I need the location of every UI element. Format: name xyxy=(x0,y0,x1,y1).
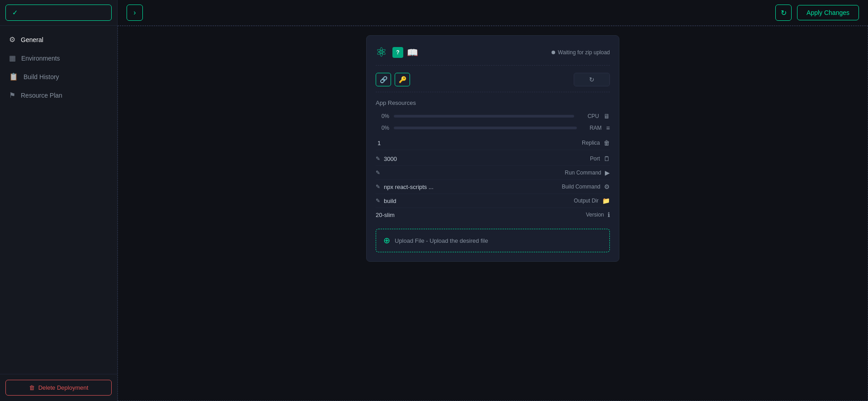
nav-arrow-button[interactable]: › xyxy=(127,5,143,21)
sidebar-item-build-history[interactable]: 📋 Build History xyxy=(0,67,117,86)
cpu-percent: 0% xyxy=(376,113,389,119)
status-dot xyxy=(552,51,555,54)
output-dir-edit-icon[interactable]: ✎ xyxy=(376,198,380,204)
ram-resource-row: 0% RAM ≡ xyxy=(376,124,610,132)
gear-icon: ⚙ xyxy=(9,35,15,44)
sidebar-item-resource-plan[interactable]: ⚑ Resource Plan xyxy=(0,86,117,104)
build-command-value: npx react-scripts ... xyxy=(384,184,558,190)
cpu-icon: 🖥 xyxy=(604,113,610,120)
chevron-right-icon: › xyxy=(133,9,136,17)
sidebar-top: ✓ xyxy=(0,0,117,26)
react-icon: ⚛ xyxy=(376,45,387,60)
upload-text: Upload File - Upload the desired file xyxy=(395,237,488,244)
sidebar-item-label: Resource Plan xyxy=(21,92,62,99)
app-resources-title: App Resources xyxy=(376,99,610,106)
replica-value: 1 xyxy=(376,140,582,146)
key-tool-button[interactable]: 🔑 xyxy=(395,73,410,86)
build-command-edit-icon[interactable]: ✎ xyxy=(376,184,380,190)
environments-icon: ▦ xyxy=(9,54,16,62)
topbar-right: ↻ Apply Changes xyxy=(775,5,859,21)
book-icon: 📖 xyxy=(407,47,418,58)
sidebar-item-label: Environments xyxy=(21,55,60,62)
refresh-icon: ↻ xyxy=(781,9,787,17)
card-header: ⚛ ? 📖 Waiting for zip upload xyxy=(376,45,610,66)
app-card: ⚛ ? 📖 Waiting for zip upload 🔗 🔑 xyxy=(366,35,619,262)
run-command-play-icon: ▶ xyxy=(605,169,610,176)
trash-icon: 🗑 xyxy=(29,384,35,391)
delete-deployment-button[interactable]: 🗑 Delete Deployment xyxy=(5,380,112,396)
content-area: ⚛ ? 📖 Waiting for zip upload 🔗 🔑 xyxy=(118,26,868,401)
port-edit-icon[interactable]: ✎ xyxy=(376,156,380,162)
book-icon: 📋 xyxy=(9,72,18,81)
refresh-button[interactable]: ↻ xyxy=(775,5,792,21)
run-command-edit-icon[interactable]: ✎ xyxy=(376,170,380,176)
question-icon-box: ? xyxy=(392,47,403,58)
version-name: Version xyxy=(586,212,604,218)
refresh-small-icon: ↻ xyxy=(589,76,594,83)
replica-row: 1 Replica 🗑 xyxy=(376,136,610,150)
build-command-name: Build Command xyxy=(562,184,600,190)
link-tool-button[interactable]: 🔗 xyxy=(376,73,391,86)
cpu-progress-bar xyxy=(394,115,574,118)
port-name: Port xyxy=(590,156,600,162)
sidebar: ✓ ⚙ General ▦ Environments 📋 Build Histo… xyxy=(0,0,118,401)
output-dir-folder-icon: 📁 xyxy=(602,197,610,204)
refresh-small-button[interactable]: ↻ xyxy=(574,73,610,86)
sidebar-nav: ⚙ General ▦ Environments 📋 Build History… xyxy=(0,26,117,374)
main-content: › ↻ Apply Changes ⚛ ? 📖 xyxy=(118,0,868,401)
run-command-name: Run Command xyxy=(565,170,601,176)
apply-changes-button[interactable]: Apply Changes xyxy=(797,5,859,20)
delete-btn-label: Delete Deployment xyxy=(38,384,89,391)
version-info-icon: ℹ xyxy=(608,211,610,218)
build-command-settings-icon: ⚙ xyxy=(604,183,610,190)
sidebar-item-label: Build History xyxy=(24,73,59,80)
upload-plus-icon: ⊕ xyxy=(383,236,390,245)
status-indicator: Waiting for zip upload xyxy=(552,49,610,56)
topbar: › ↻ Apply Changes xyxy=(118,0,868,26)
cpu-label: CPU xyxy=(579,113,599,119)
build-command-config-row: ✎ npx react-scripts ... Build Command ⚙ xyxy=(376,180,610,194)
status-button[interactable]: ✓ xyxy=(5,5,112,21)
sidebar-item-environments[interactable]: ▦ Environments xyxy=(0,49,117,67)
key-icon: 🔑 xyxy=(399,76,406,83)
replica-name: Replica xyxy=(582,140,600,146)
upload-area[interactable]: ⊕ Upload File - Upload the desired file xyxy=(376,229,610,252)
output-dir-name: Output Dir xyxy=(574,198,599,204)
replica-icon: 🗑 xyxy=(604,139,610,146)
sidebar-item-general[interactable]: ⚙ General xyxy=(0,30,117,49)
ram-icon: ≡ xyxy=(606,124,610,132)
header-icons: ? 📖 xyxy=(392,47,418,58)
run-command-config-row: ✎ Run Command ▶ xyxy=(376,166,610,180)
cpu-resource-row: 0% CPU 🖥 xyxy=(376,113,610,120)
link-icon: 🔗 xyxy=(380,76,387,83)
sidebar-bottom: 🗑 Delete Deployment xyxy=(0,374,117,401)
version-config-row: 20-slim Version ℹ xyxy=(376,208,610,222)
sidebar-item-label: General xyxy=(21,36,43,43)
output-dir-value: build xyxy=(384,198,570,204)
app-resources-section: App Resources 0% CPU 🖥 0% RAM xyxy=(376,99,610,150)
port-action-icon: 🗒 xyxy=(604,155,610,162)
apply-changes-label: Apply Changes xyxy=(807,9,849,16)
ram-percent: 0% xyxy=(376,125,389,131)
ram-progress-bar xyxy=(394,127,577,129)
flag-icon: ⚑ xyxy=(9,91,15,99)
status-label: Waiting for zip upload xyxy=(558,49,610,56)
output-dir-config-row: ✎ build Output Dir 📁 xyxy=(376,194,610,208)
ram-label: RAM xyxy=(581,125,602,131)
port-value: 3000 xyxy=(384,156,586,162)
version-value: 20-slim xyxy=(376,212,582,218)
tool-buttons-row: 🔗 🔑 ↻ xyxy=(376,73,610,92)
port-config-row: ✎ 3000 Port 🗒 xyxy=(376,152,610,166)
topbar-left: › xyxy=(127,5,143,21)
config-rows: ✎ 3000 Port 🗒 ✎ Run Command ▶ ✎ npx reac… xyxy=(376,152,610,222)
check-icon: ✓ xyxy=(12,9,18,17)
